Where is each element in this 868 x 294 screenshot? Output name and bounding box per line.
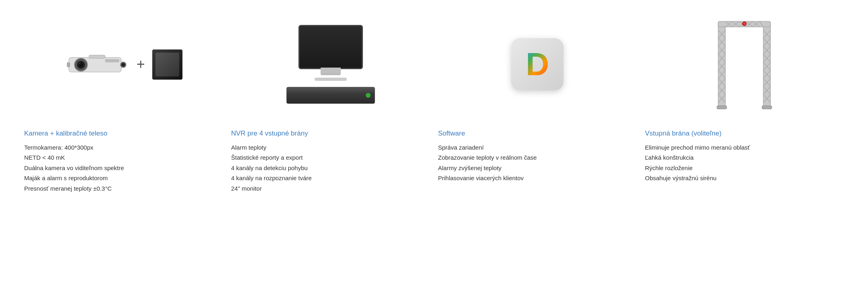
svg-rect-63 <box>762 106 772 109</box>
list-item: Prihlasovanie viacerých klientov <box>438 173 537 183</box>
gate-image-area <box>645 12 844 117</box>
svg-rect-62 <box>717 106 727 109</box>
list-item: Termokamera: 400*300px <box>24 142 124 153</box>
nvr-items: Alarm teploty Štatistické reporty a expo… <box>231 142 312 194</box>
list-item: Alarmy zvýšenej teploty <box>438 163 537 173</box>
monitor-icon <box>298 25 363 69</box>
gate-items: Eliminuje prechod mimo meranú oblasť Ľah… <box>645 142 750 183</box>
svg-rect-29 <box>763 22 771 107</box>
svg-point-8 <box>122 63 125 66</box>
column-gate: Vstupná brána (voliteľne) Eliminuje prec… <box>645 12 844 183</box>
camera-image-area: + <box>24 12 223 117</box>
list-item: 4 kanály na detekciu pohybu <box>231 163 312 173</box>
software-items: Správa zariadení Zobrazovanie teploty v … <box>438 142 537 183</box>
list-item: Ľahká konštrukcia <box>645 152 750 163</box>
monitor-stand <box>315 78 347 81</box>
thermal-camera-icon <box>65 50 129 78</box>
svg-rect-5 <box>89 55 105 58</box>
gate-icon <box>716 18 773 111</box>
svg-rect-10 <box>718 22 725 107</box>
list-item: Obsahuje výstražnú sirénu <box>645 173 750 183</box>
column-nvr: NVR pre 4 vstupné brány Alarm teploty Št… <box>231 12 430 193</box>
list-item: Alarm teploty <box>231 142 312 153</box>
nvr-combo <box>286 25 375 104</box>
gate-combo <box>645 18 844 111</box>
list-item: Maják a alarm s reproduktorom <box>24 173 124 183</box>
plus-icon: + <box>137 56 145 73</box>
software-image-area: D <box>438 12 637 117</box>
list-item: 4 kanály na rozpoznanie tváre <box>231 173 312 183</box>
camera-items: Termokamera: 400*300px NETD < 40 mK Duál… <box>24 142 124 194</box>
svg-point-61 <box>744 23 746 25</box>
list-item: Rýchle rozloženie <box>645 163 750 173</box>
software-title: Software <box>438 129 465 138</box>
calibration-box-icon <box>152 49 182 80</box>
column-software: D Software Správa zariadení Zobrazovanie… <box>438 12 637 183</box>
svg-rect-9 <box>67 62 70 67</box>
list-item: Štatistické reporty a export <box>231 152 312 163</box>
list-item: Správa zariadení <box>438 142 537 153</box>
gate-title: Vstupná brána (voliteľne) <box>645 129 721 138</box>
list-item: NETD < 40 mK <box>24 152 124 163</box>
nvr-title: NVR pre 4 vstupné brány <box>231 129 308 138</box>
list-item: Zobrazovanie teploty v reálnom čase <box>438 152 537 163</box>
d-letter-icon: D <box>526 48 549 80</box>
column-camera: + Kamera + kalibračné teleso Termokamera… <box>24 12 223 193</box>
software-icon: D <box>511 38 563 90</box>
camera-title: Kamera + kalibračné teleso <box>24 129 107 138</box>
camera-combo: + <box>65 49 182 80</box>
svg-point-4 <box>79 63 81 64</box>
list-item: Duálna kamera vo viditeľnom spektre <box>24 163 124 173</box>
main-container: + Kamera + kalibračné teleso Termokamera… <box>0 0 868 210</box>
nvr-box-icon <box>286 87 375 104</box>
list-item: Eliminuje prechod mimo meranú oblasť <box>645 142 750 153</box>
list-item: 24" monitor <box>231 183 312 194</box>
svg-rect-6 <box>105 59 119 62</box>
nvr-image-area <box>231 12 430 117</box>
list-item: Presnosť meranej teploty ±0.3°C <box>24 183 124 194</box>
